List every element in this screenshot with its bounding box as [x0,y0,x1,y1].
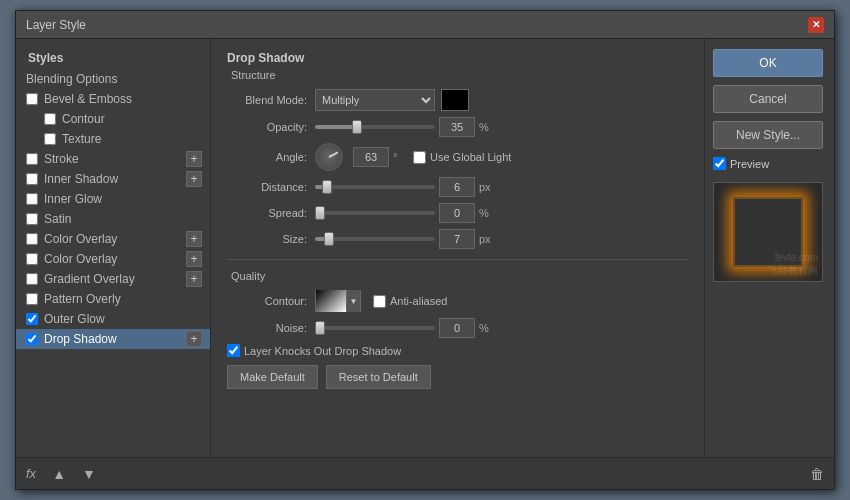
shadow-color-swatch[interactable] [441,89,469,111]
middle-panel: Drop Shadow Structure Blend Mode: Multip… [211,39,704,457]
preview-checkbox[interactable] [713,157,726,170]
angle-unit: ° [393,151,413,163]
color-overlay-1-checkbox[interactable] [26,233,38,245]
watermark: fevte.com飞特教程网 [768,251,818,277]
color-overlay-1-add-button[interactable]: + [186,231,202,247]
sidebar-item-inner-shadow[interactable]: Inner Shadow + [16,169,210,189]
inner-glow-checkbox[interactable] [26,193,38,205]
opacity-input[interactable] [439,117,475,137]
layer-knocks-row: Layer Knocks Out Drop Shadow [227,344,688,357]
cancel-button[interactable]: Cancel [713,85,823,113]
dialog-title: Layer Style [26,18,86,32]
stroke-checkbox[interactable] [26,153,38,165]
size-row: Size: px [227,229,688,249]
gradient-overlay-add-button[interactable]: + [186,271,202,287]
preview-area: fevte.com飞特教程网 [713,182,823,282]
noise-input[interactable] [439,318,475,338]
color-overlay-2-add-button[interactable]: + [186,251,202,267]
move-up-button[interactable]: ▲ [48,464,70,484]
bevel-emboss-label: Bevel & Emboss [44,92,132,106]
make-default-button[interactable]: Make Default [227,365,318,389]
drop-shadow-checkbox[interactable] [26,333,38,345]
anti-aliased-text: Anti-aliased [390,295,447,307]
inner-shadow-add-button[interactable]: + [186,171,202,187]
angle-label: Angle: [227,151,307,163]
gradient-overlay-label: Gradient Overlay [44,272,135,286]
drop-shadow-label: Drop Shadow [44,332,117,346]
anti-aliased-label[interactable]: Anti-aliased [373,295,447,308]
size-label: Size: [227,233,307,245]
outer-glow-label: Outer Glow [44,312,105,326]
texture-checkbox[interactable] [44,133,56,145]
sidebar-item-bevel-emboss[interactable]: Bevel & Emboss [16,89,210,109]
blend-mode-select[interactable]: Multiply Normal Screen Overlay [315,89,435,111]
pattern-overlay-checkbox[interactable] [26,293,38,305]
sidebar-item-inner-glow[interactable]: Inner Glow [16,189,210,209]
contour-checkbox[interactable] [44,113,56,125]
divider [227,259,688,260]
texture-label: Texture [62,132,101,146]
use-global-light-checkbox[interactable] [413,151,426,164]
size-unit: px [479,233,499,245]
opacity-unit: % [479,121,499,133]
satin-label: Satin [44,212,71,226]
close-button[interactable]: ✕ [808,17,824,33]
gradient-overlay-checkbox[interactable] [26,273,38,285]
layer-knocks-text: Layer Knocks Out Drop Shadow [244,345,401,357]
sidebar-item-drop-shadow[interactable]: Drop Shadow + [16,329,210,349]
move-down-button[interactable]: ▼ [78,464,100,484]
angle-input[interactable] [353,147,389,167]
left-panel: Styles Blending Options Bevel & Emboss C… [16,39,211,457]
color-overlay-2-checkbox[interactable] [26,253,38,265]
blend-mode-label: Blend Mode: [227,94,307,106]
size-input[interactable] [439,229,475,249]
sidebar-item-pattern-overlay[interactable]: Pattern Overly [16,289,210,309]
contour-select-button[interactable]: ▼ [315,290,361,312]
sidebar-item-gradient-overlay[interactable]: Gradient Overlay + [16,269,210,289]
satin-checkbox[interactable] [26,213,38,225]
right-panel: OK Cancel New Style... Preview fevte.com… [704,39,834,457]
distance-input[interactable] [439,177,475,197]
spread-row: Spread: % [227,203,688,223]
spread-slider[interactable] [315,211,435,215]
size-slider[interactable] [315,237,435,241]
title-bar: Layer Style ✕ [16,11,834,39]
contour-dropdown-arrow[interactable]: ▼ [346,290,360,312]
stroke-add-button[interactable]: + [186,151,202,167]
ok-button[interactable]: OK [713,49,823,77]
reset-to-default-button[interactable]: Reset to Default [326,365,431,389]
sidebar-item-color-overlay-1[interactable]: Color Overlay + [16,229,210,249]
opacity-slider[interactable] [315,125,435,129]
angle-row: Angle: ° Use Global Light [227,143,688,171]
contour-label: Contour: [227,295,307,307]
spread-input[interactable] [439,203,475,223]
bottom-bar: fx ▲ ▼ 🗑 [16,457,834,489]
stroke-label: Stroke [44,152,79,166]
layer-knocks-checkbox[interactable] [227,344,240,357]
contour-label: Contour [62,112,105,126]
outer-glow-checkbox[interactable] [26,313,38,325]
delete-button[interactable]: 🗑 [810,466,824,482]
spread-label: Spread: [227,207,307,219]
anti-aliased-checkbox[interactable] [373,295,386,308]
sidebar-item-texture[interactable]: Texture [16,129,210,149]
distance-unit: px [479,181,499,193]
drop-shadow-add-button[interactable]: + [186,331,202,347]
layer-knocks-label[interactable]: Layer Knocks Out Drop Shadow [227,344,401,357]
noise-slider[interactable] [315,326,435,330]
sidebar-item-blending-options[interactable]: Blending Options [16,69,210,89]
sidebar-item-satin[interactable]: Satin [16,209,210,229]
opacity-row: Opacity: % [227,117,688,137]
pattern-overlay-label: Pattern Overly [44,292,121,306]
sidebar-item-stroke[interactable]: Stroke + [16,149,210,169]
preview-text: Preview [730,158,769,170]
sidebar-item-contour[interactable]: Contour [16,109,210,129]
distance-slider[interactable] [315,185,435,189]
bevel-emboss-checkbox[interactable] [26,93,38,105]
new-style-button[interactable]: New Style... [713,121,823,149]
sidebar-item-outer-glow[interactable]: Outer Glow [16,309,210,329]
use-global-light-label[interactable]: Use Global Light [413,151,511,164]
sidebar-item-color-overlay-2[interactable]: Color Overlay + [16,249,210,269]
angle-dial[interactable] [315,143,343,171]
inner-shadow-checkbox[interactable] [26,173,38,185]
